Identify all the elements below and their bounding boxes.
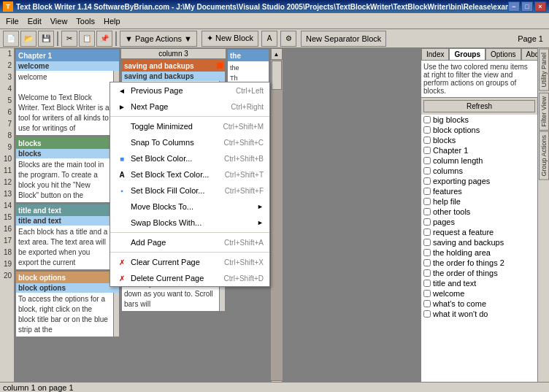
refresh-button[interactable]: Refresh (423, 100, 535, 112)
group-order-of-things-checkbox[interactable] (423, 269, 431, 277)
line-7: 7 (0, 120, 14, 131)
page-number: Page 1 (515, 33, 546, 45)
menu-view[interactable]: View (46, 15, 72, 27)
group-pages-checkbox[interactable] (423, 218, 431, 226)
line-14: 14 (0, 201, 14, 213)
maximize-button[interactable]: □ (521, 1, 533, 12)
menu-swap-blocks[interactable]: Swap Blocks With... ► (110, 215, 269, 231)
group-exporting-pages-checkbox[interactable] (423, 177, 431, 185)
menu-add-page[interactable]: Add Page Ctrl+Shift+A (110, 234, 269, 250)
group-column-length: column length (421, 155, 537, 166)
group-wont-do: what it won't do (421, 309, 537, 319)
previous-page-icon: ◄ (116, 85, 128, 96)
line-10: 10 (0, 155, 14, 166)
block-chapter1-text[interactable]: welcomeWelcome to Text Block Writer. Tex… (16, 71, 113, 135)
line-numbers: 1 2 3 4 5 6 7 8 9 10 11 12 13 14 15 16 1… (0, 48, 15, 392)
block-options-title[interactable]: block options (16, 272, 119, 283)
font-button[interactable]: A (261, 31, 277, 47)
content-scrollbar[interactable]: ▲ ▼ (270, 48, 282, 392)
menu-file[interactable]: File (1, 15, 23, 27)
line-3: 3 (0, 73, 14, 85)
minimize-button[interactable]: − (508, 1, 520, 12)
menu-help[interactable]: Help (99, 15, 125, 27)
group-exporting-pages: exporting pages (421, 176, 537, 186)
line-19: 19 (0, 260, 14, 272)
groups-list: big blocks block options blocks Chapter … (421, 115, 537, 392)
menu-clear-page[interactable]: ✗ Clear Current Page Ctrl+Shift+X (110, 254, 269, 270)
group-features: features (421, 186, 537, 196)
tab-options[interactable]: Options (485, 48, 521, 60)
new-separator-button[interactable]: New Separator Block (301, 31, 386, 47)
menu-previous-page[interactable]: ◄ Previous Page Ctrl+Left (110, 82, 269, 99)
block-chapter1-label: welcome (16, 61, 119, 71)
utility-label[interactable]: Utility Panel (539, 49, 549, 91)
block-blocks-text[interactable]: Blocks are the main tool in the program.… (16, 158, 113, 202)
group-title-and-text-checkbox[interactable] (423, 280, 431, 287)
new-block-button[interactable]: ✦ New Block (201, 31, 258, 47)
options-button[interactable]: ⚙ (280, 31, 296, 47)
menu-snap-columns[interactable]: Snap To Columns Ctrl+Shift+C (110, 134, 269, 150)
group-big-blocks-checkbox[interactable] (423, 116, 431, 123)
group-wont-do-checkbox[interactable] (423, 310, 431, 318)
menu-set-block-fill-color[interactable]: ▪ Set Block Fill Color... Ctrl+Shift+F (110, 182, 269, 199)
menu-move-blocks[interactable]: Move Blocks To... ► (110, 199, 269, 215)
group-block-options: block options (421, 125, 537, 135)
group-request-feature-checkbox[interactable] (423, 228, 431, 236)
menu-delete-page[interactable]: ✗ Delete Current Page Ctrl+Shift+D (110, 270, 269, 286)
group-saving-backups-checkbox[interactable] (423, 239, 431, 246)
scroll-thumb[interactable] (272, 61, 282, 90)
page-actions-icon: ▼ (125, 34, 133, 43)
new-button[interactable]: 📄 (3, 31, 19, 47)
page-actions-button[interactable]: ▼ Page Actions ▼ (120, 31, 197, 47)
menu-edit[interactable]: Edit (23, 15, 46, 27)
block-blocks-title[interactable]: blocks (16, 137, 119, 149)
menu-toggle-minimized[interactable]: Toggle Minimized Ctrl+Shift+M (110, 118, 269, 134)
group-other-tools-checkbox[interactable] (423, 208, 431, 215)
dropdown-sep3 (110, 252, 269, 253)
group-welcome-checkbox[interactable] (423, 290, 431, 297)
group-chapter1-checkbox[interactable] (423, 147, 431, 154)
scroll-up-arrow[interactable]: ▲ (271, 48, 283, 60)
copy-button[interactable]: 📋 (79, 31, 95, 47)
menu-set-block-text-color[interactable]: A Set Block Text Color... Ctrl+Shift+T (110, 166, 269, 182)
filter-view-label[interactable]: Filter View (539, 93, 549, 131)
tab-index[interactable]: Index (421, 48, 449, 60)
right-tabs: Index Groups Options About (421, 48, 537, 61)
group-help-file-checkbox[interactable] (423, 198, 431, 205)
block-options-label: block options (16, 283, 119, 293)
paste-button[interactable]: 📌 (96, 31, 112, 47)
block-title-text-title[interactable]: title and text (16, 204, 119, 216)
block-saving-title[interactable]: saving and backups (122, 60, 225, 72)
group-whats-to-come: what's to come (421, 299, 537, 309)
block-chapter1-inner: welcomeWelcome to Text Block Writer. Tex… (16, 71, 119, 135)
block-chapter1-title[interactable]: Chapter 1 (16, 50, 119, 61)
group-holding-area-checkbox[interactable] (423, 249, 431, 256)
group-whats-to-come-checkbox[interactable] (423, 300, 431, 307)
toolbar-sep2 (115, 31, 117, 46)
snap-icon (116, 137, 128, 148)
tab-groups[interactable]: Groups (449, 48, 485, 60)
close-button[interactable]: × (534, 1, 546, 12)
save-button[interactable]: 💾 (38, 31, 54, 47)
group-columns-checkbox[interactable] (423, 167, 431, 174)
group-features-checkbox[interactable] (423, 188, 431, 195)
group-columns: columns (421, 166, 537, 176)
block-title-text-text[interactable]: Each block has a title and a text area. … (16, 226, 113, 269)
group-actions-label[interactable]: Group Actions (539, 131, 549, 180)
group-order-fo-things-2-checkbox[interactable] (423, 259, 431, 266)
menu-tools[interactable]: Tools (72, 15, 99, 27)
block-fill-color-icon: ▪ (116, 185, 128, 196)
line-9: 9 (0, 143, 14, 155)
block-options-scrollbar[interactable] (113, 293, 119, 337)
line-1: 1 (0, 50, 14, 61)
group-column-length-checkbox[interactable] (423, 157, 431, 164)
group-blocks-checkbox[interactable] (423, 137, 431, 144)
block-col3-title[interactable]: the (228, 50, 269, 61)
group-block-options-checkbox[interactable] (423, 126, 431, 134)
menu-next-page[interactable]: ► Next Page Ctrl+Right (110, 99, 269, 115)
block-options-text[interactable]: To access the options for a block, right… (16, 293, 113, 337)
menu-set-block-color[interactable]: ■ Set Block Color... Ctrl+Shift+B (110, 150, 269, 166)
open-button[interactable]: 📂 (20, 31, 37, 47)
cut-button[interactable]: ✂ (61, 31, 77, 47)
page-actions-label: Page Actions (135, 34, 182, 43)
